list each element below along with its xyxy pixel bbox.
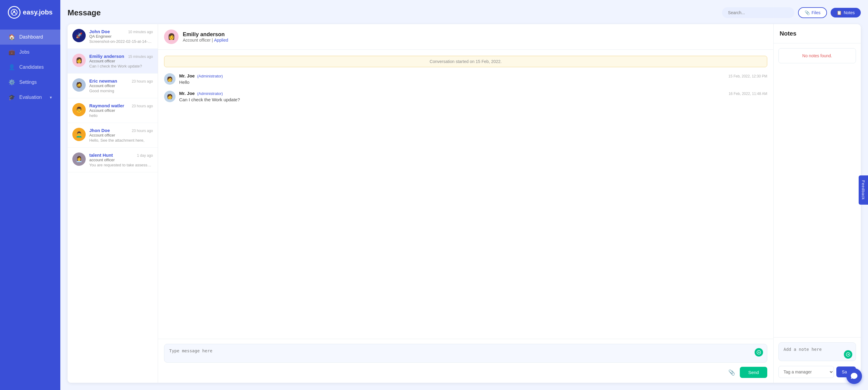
msg-content-1: Mr. Joe (Administrator) 15 Feb, 2022, 12… bbox=[179, 73, 767, 85]
svg-text:👩: 👩 bbox=[168, 33, 175, 40]
conv-info-emiliy: Emiliy anderson 15 minutes ago Account o… bbox=[89, 54, 153, 68]
chat-actions: 📎 Send bbox=[164, 367, 767, 378]
notes-button[interactable]: 📋 Notes bbox=[831, 8, 861, 18]
search-input[interactable] bbox=[722, 7, 795, 18]
grammar-check-icon[interactable] bbox=[754, 348, 763, 357]
conv-item-john-doe[interactable]: 🚀 John Doe 10 minutes ago QA Engineer Sc… bbox=[67, 24, 158, 49]
conv-time-emiliy: 15 minutes ago bbox=[128, 55, 153, 59]
message-input[interactable] bbox=[164, 344, 767, 363]
conv-preview-jhon: Hello, See the attachment here, bbox=[89, 138, 153, 142]
conv-preview-emiliy: Can I check the Work update? bbox=[89, 64, 153, 68]
svg-text:👨‍🦱: 👨‍🦱 bbox=[76, 131, 83, 138]
msg-text-2: Can I check the Work update? bbox=[179, 97, 767, 102]
conv-role-emiliy: Account officer bbox=[89, 59, 153, 63]
evaluation-left: 🎓 Evaluation bbox=[8, 94, 42, 101]
conv-info-eric: Eric newman 23 hours ago Account officer… bbox=[89, 78, 153, 93]
conversation-list: 🚀 John Doe 10 minutes ago QA Engineer Sc… bbox=[67, 24, 158, 383]
avatar-eric: 🧔 bbox=[72, 78, 86, 92]
notes-label: Notes bbox=[843, 10, 855, 15]
conversation-start-banner: Conversation started on 15 Feb, 2022. bbox=[164, 56, 767, 67]
chat-area: 👩 Emiliy anderson Account officer | Appl… bbox=[158, 24, 773, 383]
sidebar-item-dashboard[interactable]: 🏠 Dashboard bbox=[0, 30, 60, 44]
conv-item-jhon[interactable]: 👨‍🦱 Jhon Doe 23 hours ago Account office… bbox=[67, 123, 158, 148]
feedback-tab[interactable]: Feedback bbox=[859, 175, 868, 205]
chat-widget-button[interactable] bbox=[846, 368, 862, 384]
svg-text:👨: 👨 bbox=[76, 106, 83, 113]
attach-button[interactable]: 📎 bbox=[726, 367, 737, 378]
evaluation-icon: 🎓 bbox=[8, 94, 15, 101]
settings-icon: ⚙️ bbox=[8, 79, 15, 86]
conv-name-eric: Eric newman bbox=[89, 78, 117, 84]
msg-time-2: 16 Feb, 2022, 11:48 AM bbox=[728, 92, 767, 96]
sidebar-item-candidates[interactable]: 👤 Candidates bbox=[0, 60, 60, 75]
conv-preview-raymond: hello bbox=[89, 113, 153, 118]
files-label: Files bbox=[812, 10, 820, 15]
note-grammar-icon[interactable] bbox=[844, 350, 852, 359]
message-header: Message 📎 Files 📋 Notes bbox=[67, 7, 861, 18]
message-item-2: 🧑 Mr. Joe (Administrator) 16 Feb, 2022, … bbox=[164, 91, 767, 102]
logo[interactable]: easy.jobs bbox=[3, 6, 58, 19]
no-notes-message: No notes found. bbox=[778, 48, 856, 63]
conv-item-eric[interactable]: 🧔 Eric newman 23 hours ago Account offic… bbox=[67, 73, 158, 98]
conv-item-raymond[interactable]: 👨 Raymond watler 23 hours ago Account of… bbox=[67, 98, 158, 123]
files-button[interactable]: 📎 Files bbox=[798, 7, 827, 18]
sidebar-item-label-settings: Settings bbox=[19, 79, 37, 85]
msg-avatar-2: 🧑 bbox=[164, 91, 176, 102]
chat-input-wrapper bbox=[164, 344, 767, 364]
note-icon: 📋 bbox=[837, 10, 842, 15]
content-area: 🚀 John Doe 10 minutes ago QA Engineer Sc… bbox=[67, 24, 861, 383]
conv-info-talent: talent Hunt 1 day ago account officer Yo… bbox=[89, 153, 153, 167]
tag-manager-select[interactable]: Tag a manager bbox=[778, 366, 834, 378]
sidebar-item-settings[interactable]: ⚙️ Settings bbox=[0, 75, 60, 90]
active-chat-name: Emiliy anderson bbox=[183, 31, 228, 38]
sidebar-item-evaluation[interactable]: 🎓 Evaluation ▾ bbox=[0, 90, 60, 105]
msg-sender-2: Mr. Joe bbox=[179, 91, 195, 96]
main-content: Message 📎 Files 📋 Notes 🚀 bbox=[60, 0, 868, 390]
sidebar: easy.jobs 🏠 Dashboard 💼 Jobs 👤 Candidate… bbox=[0, 0, 60, 390]
header-actions: 📎 Files 📋 Notes bbox=[722, 7, 861, 18]
conv-name-john-doe: John Doe bbox=[89, 29, 110, 34]
candidates-icon: 👤 bbox=[8, 64, 15, 70]
conv-item-talent[interactable]: 👩‍💼 talent Hunt 1 day ago account office… bbox=[67, 148, 158, 172]
chat-input-area: 📎 Send bbox=[158, 339, 773, 383]
conv-time-jhon: 23 hours ago bbox=[132, 129, 153, 133]
conv-name-jhon: Jhon Doe bbox=[89, 128, 110, 133]
note-input[interactable] bbox=[778, 343, 856, 361]
conv-name-raymond: Raymond watler bbox=[89, 103, 124, 108]
avatar-raymond: 👨 bbox=[72, 103, 86, 116]
sidebar-item-jobs[interactable]: 💼 Jobs bbox=[0, 44, 60, 60]
chat-avatar: 👩 bbox=[164, 30, 179, 44]
svg-text:👩: 👩 bbox=[76, 57, 83, 64]
conv-name-talent: talent Hunt bbox=[89, 153, 113, 158]
svg-text:👩‍💼: 👩‍💼 bbox=[76, 156, 83, 162]
note-input-wrapper bbox=[778, 343, 856, 362]
msg-text-1: Hello bbox=[179, 79, 767, 85]
conv-item-emiliy[interactable]: 👩 Emiliy anderson 15 minutes ago Account… bbox=[67, 49, 158, 73]
paperclip-icon: 📎 bbox=[805, 10, 810, 15]
notes-panel-title: Notes bbox=[774, 24, 861, 43]
conv-time-raymond: 23 hours ago bbox=[132, 104, 153, 108]
conv-role-raymond: Account officer bbox=[89, 108, 153, 113]
conv-info-john-doe: John Doe 10 minutes ago QA Engineer Scre… bbox=[89, 29, 153, 44]
conv-name-emiliy: Emiliy anderson bbox=[89, 54, 124, 59]
logo-icon bbox=[8, 6, 21, 19]
sidebar-item-label-dashboard: Dashboard bbox=[19, 34, 43, 40]
msg-badge-1: (Administrator) bbox=[197, 74, 223, 78]
chat-role-badge: Applied bbox=[214, 38, 228, 42]
jobs-icon: 💼 bbox=[8, 49, 15, 56]
conv-role-jhon: Account officer bbox=[89, 133, 153, 137]
chevron-down-icon: ▾ bbox=[50, 95, 52, 100]
msg-avatar-1: 🧑 bbox=[164, 73, 176, 85]
send-button[interactable]: Send bbox=[740, 367, 767, 378]
conv-preview-talent: You are requested to take assessmen... bbox=[89, 163, 153, 167]
conv-preview-john-doe: Screenshot-on-2022-02-15-at-14-03-2... bbox=[89, 39, 153, 44]
message-container: Message 📎 Files 📋 Notes 🚀 bbox=[60, 0, 868, 390]
msg-time-1: 15 Feb, 2022, 12:30 PM bbox=[728, 74, 767, 78]
msg-content-2: Mr. Joe (Administrator) 16 Feb, 2022, 11… bbox=[179, 91, 767, 102]
notes-panel: Notes No notes found. Tag a manager bbox=[773, 24, 861, 383]
avatar-emiliy: 👩 bbox=[72, 54, 86, 67]
conv-time-talent: 1 day ago bbox=[137, 154, 153, 158]
chat-user-info: Emiliy anderson Account officer | Applie… bbox=[183, 31, 228, 42]
page-title: Message bbox=[67, 8, 101, 18]
home-icon: 🏠 bbox=[8, 34, 15, 40]
